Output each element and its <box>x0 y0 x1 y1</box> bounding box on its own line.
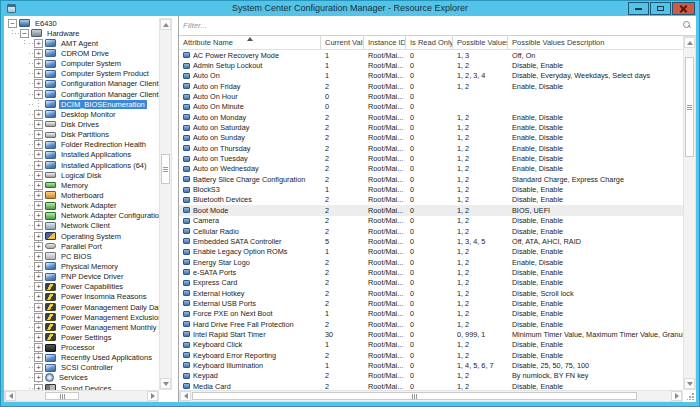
table-row[interactable]: Battery Slice Charge Configuration 2 Roo… <box>179 174 683 184</box>
table-row[interactable]: Keyboard Click 1 Root/Mai... 0 1, 2 Disa… <box>179 340 683 350</box>
tree-item[interactable]: Installed Applications (64) <box>4 160 159 170</box>
table-row[interactable]: Keypad 2 Root/Mai... 0 1, 2 By numlock, … <box>179 371 683 381</box>
tree-item[interactable]: SCSI Controller <box>4 363 159 373</box>
table-row[interactable]: BlockS3 1 Root/Mai... 0 1, 2 Disable, En… <box>179 184 683 194</box>
expand-toggle-icon[interactable] <box>34 333 43 342</box>
maximize-button[interactable] <box>650 2 671 15</box>
table-row[interactable]: Auto on Friday 2 Root/Mai... 0 1, 2 Enab… <box>179 81 683 91</box>
table-row[interactable]: Auto on Sunday 2 Root/Mai... 0 1, 2 Enab… <box>179 133 683 143</box>
tree-item[interactable]: Logical Disk <box>4 170 159 180</box>
tree-item[interactable]: Network Adapter <box>4 201 159 211</box>
tree-item[interactable]: Disk Partitions <box>4 130 159 140</box>
expand-toggle-icon[interactable] <box>34 303 43 312</box>
expand-toggle-icon[interactable] <box>34 49 43 58</box>
tree-item[interactable]: Installed Applications <box>4 150 159 160</box>
tree-item[interactable]: Physical Memory <box>4 261 159 271</box>
tree-item[interactable]: Power Capabilities <box>4 282 159 292</box>
expand-toggle-icon[interactable] <box>34 140 43 149</box>
expand-toggle-icon[interactable] <box>34 211 43 220</box>
tree-vscroll-thumb[interactable] <box>161 154 170 184</box>
scroll-left-button[interactable] <box>180 391 191 401</box>
tree-item[interactable]: Power Settings <box>4 332 159 342</box>
table-row[interactable]: Auto on Tuesday 2 Root/Mai... 0 1, 2 Ena… <box>179 153 683 163</box>
tree-item[interactable]: Network Client <box>4 221 159 231</box>
expand-toggle-icon[interactable] <box>34 130 43 139</box>
tree-item[interactable]: Motherboard <box>4 190 159 200</box>
tree-item[interactable]: Power Insomnia Reasons <box>4 292 159 302</box>
column-header[interactable]: Attribute Name <box>179 36 321 49</box>
tree-item[interactable]: Memory <box>4 180 159 190</box>
table-row[interactable]: e-SATA Ports 2 Root/Mai... 0 1, 2 Disabl… <box>179 267 683 277</box>
tree-vertical-scrollbar[interactable] <box>159 18 172 390</box>
minimize-button[interactable] <box>628 2 649 15</box>
expand-toggle-icon[interactable] <box>34 313 43 322</box>
close-button[interactable] <box>672 2 695 15</box>
tree-item[interactable]: Power Management Daily Data <box>4 302 159 312</box>
scroll-left-button[interactable] <box>5 391 16 401</box>
expand-toggle-icon[interactable] <box>34 90 43 99</box>
tree-item[interactable]: Computer System <box>4 59 159 69</box>
expand-toggle-icon[interactable] <box>20 29 29 38</box>
expand-toggle-icon[interactable] <box>34 110 43 119</box>
tree-item[interactable]: Processor <box>4 343 159 353</box>
table-row[interactable]: Force PXE on Next Boot 1 Root/Mai... 0 1… <box>179 309 683 319</box>
expand-toggle-icon[interactable] <box>34 120 43 129</box>
table-row[interactable]: Cellular Radio 2 Root/Mai... 0 1, 2 Disa… <box>179 226 683 236</box>
expand-toggle-icon[interactable] <box>34 363 43 372</box>
scroll-down-button[interactable] <box>160 378 171 389</box>
column-header[interactable]: Current Value <box>321 36 364 49</box>
grid-hscroll-thumb[interactable] <box>192 392 637 400</box>
scroll-up-button[interactable] <box>160 19 171 30</box>
table-row[interactable]: Express Card 2 Root/Mai... 0 1, 2 Disabl… <box>179 278 683 288</box>
table-row[interactable]: Auto On Hour 0 Root/Mai... 0 <box>179 91 683 101</box>
expand-toggle-icon[interactable] <box>34 69 43 78</box>
table-row[interactable]: AC Power Recovery Mode 1 Root/Mai... 0 1… <box>179 50 683 60</box>
tree-item[interactable]: Parallel Port <box>4 241 159 251</box>
table-row[interactable]: Bluetooth Devices 2 Root/Mai... 0 1, 2 D… <box>179 195 683 205</box>
scroll-right-button[interactable] <box>147 391 158 401</box>
tree-item[interactable]: E6430 <box>4 18 159 28</box>
tree-item[interactable]: PNP Device Driver <box>4 272 159 282</box>
tree-item[interactable]: Services <box>4 373 159 383</box>
tree-item[interactable]: Disk Drives <box>4 119 159 129</box>
tree-item[interactable]: Configuration Manager Client St <box>4 89 159 99</box>
tree-horizontal-scrollbar[interactable] <box>4 390 159 402</box>
column-header[interactable]: Possible Values Description <box>508 36 683 49</box>
expand-toggle-icon[interactable] <box>34 59 43 68</box>
expand-toggle-icon[interactable] <box>34 252 43 261</box>
tree-item[interactable]: DCIM_BIOSEnumeration <box>4 99 159 109</box>
tree-item[interactable]: AMT Agent <box>4 38 159 48</box>
expand-toggle-icon[interactable] <box>34 232 43 241</box>
table-row[interactable]: Keyboard Error Reporting 2 Root/Mai... 0… <box>179 350 683 360</box>
tree-item[interactable]: Network Adapter Configuration <box>4 211 159 221</box>
expand-toggle-icon[interactable] <box>34 191 43 200</box>
table-row[interactable]: Auto on Saturday 2 Root/Mai... 0 1, 2 En… <box>179 122 683 132</box>
expand-toggle-icon[interactable] <box>34 79 43 88</box>
expand-toggle-icon[interactable] <box>34 353 43 362</box>
tree-item[interactable]: Computer System Product <box>4 69 159 79</box>
table-row[interactable]: Auto on Monday 2 Root/Mai... 0 1, 2 Enab… <box>179 112 683 122</box>
expand-toggle-icon[interactable] <box>34 242 43 251</box>
table-row[interactable]: Embedded SATA Controller 5 Root/Mai... 0… <box>179 236 683 246</box>
tree-item[interactable]: Desktop Monitor <box>4 109 159 119</box>
expand-toggle-icon[interactable] <box>34 39 43 48</box>
filter-input[interactable] <box>181 18 676 33</box>
table-row[interactable]: Keyboard Illumination 1 Root/Mai... 0 1,… <box>179 360 683 370</box>
expand-toggle-icon[interactable] <box>8 19 17 28</box>
table-row[interactable]: Auto on Wednesday 2 Root/Mai... 0 1, 2 E… <box>179 164 683 174</box>
table-row[interactable]: Camera 2 Root/Mai... 0 1, 2 Disable, Ena… <box>179 216 683 226</box>
grid-vertical-scrollbar[interactable] <box>683 36 696 390</box>
table-row[interactable]: Intel Rapid Start Timer 30 Root/Mai... 0… <box>179 329 683 339</box>
table-row[interactable]: Auto On 1 Root/Mai... 0 1, 2, 3, 4 Disab… <box>179 71 683 81</box>
expand-toggle-icon[interactable] <box>34 201 43 210</box>
scroll-up-button[interactable] <box>684 37 695 48</box>
column-header[interactable]: Instance ID <box>364 36 406 49</box>
expand-toggle-icon[interactable] <box>34 181 43 190</box>
tree-item[interactable]: Operating System <box>4 231 159 241</box>
scroll-right-button[interactable] <box>671 391 682 401</box>
table-row[interactable]: Auto on Thursday 2 Root/Mai... 0 1, 2 En… <box>179 143 683 153</box>
tree-item[interactable]: Power Management Exclusion S <box>4 312 159 322</box>
tree-item[interactable]: Folder Redirection Health <box>4 140 159 150</box>
grid-horizontal-scrollbar[interactable] <box>179 390 683 402</box>
expand-toggle-icon[interactable] <box>34 171 43 180</box>
